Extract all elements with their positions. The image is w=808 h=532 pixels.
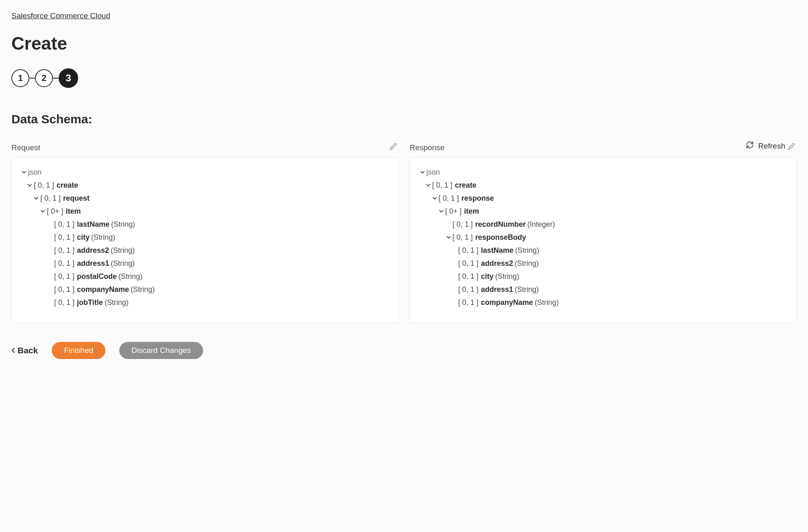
tree-node-name: jobTitle xyxy=(77,299,103,306)
tree-node-name: address1 xyxy=(481,286,513,293)
tree-node-name: lastName xyxy=(481,247,514,254)
request-panel: json[ 0, 1 ]create[ 0, 1 ]request[ 0+ ]i… xyxy=(11,157,399,323)
tree-node-type: (String) xyxy=(495,273,519,280)
breadcrumb-link[interactable]: Salesforce Commerce Cloud xyxy=(11,11,110,20)
tree-node-type: (String) xyxy=(515,260,539,267)
cardinality: [ 0, 1 ] xyxy=(453,234,473,241)
tree-node[interactable]: [ 0, 1 ]lastName (String) xyxy=(20,218,390,231)
cardinality: [ 0, 1 ] xyxy=(458,260,479,267)
tree-node-type: (String) xyxy=(118,273,142,280)
tree-node[interactable]: [ 0, 1 ]companyName (String) xyxy=(20,283,390,296)
chevron-down-icon xyxy=(437,208,445,214)
tree-node[interactable]: [ 0, 1 ]city (String) xyxy=(20,231,390,244)
tree-node-name: companyName xyxy=(77,286,129,293)
tree-node-name: city xyxy=(77,234,90,241)
tree-node-name: create xyxy=(455,182,477,189)
tree-node[interactable]: [ 0, 1 ]address2 (String) xyxy=(20,244,390,257)
tree-node[interactable]: [ 0+ ]item xyxy=(20,205,390,218)
tree-node-name: request xyxy=(63,195,90,202)
tree-node-name: address1 xyxy=(77,260,109,267)
tree-node-name: item xyxy=(464,208,479,215)
tree-node-root[interactable]: json xyxy=(418,166,788,179)
tree-node-type: (Integer) xyxy=(528,221,555,228)
tree-node-type: (String) xyxy=(131,286,155,293)
chevron-down-icon xyxy=(445,234,453,240)
tree-node-name: item xyxy=(66,208,81,215)
cardinality: [ 0, 1 ] xyxy=(439,195,459,202)
chevron-down-icon xyxy=(20,169,28,175)
edit-response-icon[interactable] xyxy=(788,143,795,152)
tree-node-type: (String) xyxy=(515,286,539,293)
cardinality: [ 0, 1 ] xyxy=(54,221,74,228)
cardinality: [ 0, 1 ] xyxy=(54,234,74,241)
chevron-down-icon xyxy=(424,182,432,188)
cardinality: [ 0, 1 ] xyxy=(54,247,74,254)
tree-node[interactable]: [ 0, 1 ]create xyxy=(20,179,390,192)
tree-node-name: companyName xyxy=(481,299,533,306)
tree-node-name: recordNumber xyxy=(475,221,526,228)
step-1[interactable]: 1 xyxy=(11,69,29,87)
cardinality: [ 0, 1 ] xyxy=(54,299,74,306)
tree-node[interactable]: [ 0+ ]item xyxy=(418,205,788,218)
tree-node-type: (String) xyxy=(111,221,135,228)
step-3[interactable]: 3 xyxy=(59,68,78,88)
tree-node[interactable]: [ 0, 1 ]recordNumber (Integer) xyxy=(418,218,788,231)
tree-node-label: json xyxy=(427,169,440,176)
chevron-down-icon xyxy=(39,208,47,214)
cardinality: [ 0, 1 ] xyxy=(34,182,54,189)
back-label: Back xyxy=(18,346,38,355)
tree-node[interactable]: [ 0, 1 ]postalCode (String) xyxy=(20,270,390,283)
request-panel-label: Request xyxy=(11,143,40,152)
cardinality: [ 0+ ] xyxy=(47,208,64,215)
chevron-left-icon xyxy=(11,346,15,355)
cardinality: [ 0, 1 ] xyxy=(458,286,479,293)
cardinality: [ 0, 1 ] xyxy=(453,221,473,228)
tree-node-type: (String) xyxy=(91,234,115,241)
edit-request-icon[interactable] xyxy=(390,143,397,152)
tree-node-root[interactable]: json xyxy=(20,166,390,179)
cardinality: [ 0, 1 ] xyxy=(458,299,479,306)
chevron-down-icon xyxy=(431,195,439,201)
tree-node[interactable]: [ 0, 1 ]response xyxy=(418,192,788,205)
tree-node-name: postalCode xyxy=(77,273,117,280)
chevron-down-icon xyxy=(418,169,427,175)
response-panel: json[ 0, 1 ]create[ 0, 1 ]response[ 0+ ]… xyxy=(410,157,797,323)
tree-node[interactable]: [ 0, 1 ]address1 (String) xyxy=(418,283,788,296)
cardinality: [ 0, 1 ] xyxy=(458,273,479,280)
tree-node-type: (String) xyxy=(515,247,539,254)
tree-node[interactable]: [ 0, 1 ]address2 (String) xyxy=(418,257,788,270)
stepper: 1 2 3 xyxy=(11,68,797,88)
cardinality: [ 0, 1 ] xyxy=(458,247,479,254)
tree-node-name: city xyxy=(481,273,494,280)
cardinality: [ 0+ ] xyxy=(445,208,462,215)
page-title: Create xyxy=(11,33,797,54)
tree-node[interactable]: [ 0, 1 ]companyName (String) xyxy=(418,296,788,309)
tree-node[interactable]: [ 0, 1 ]jobTitle (String) xyxy=(20,296,390,309)
step-connector xyxy=(53,78,59,79)
tree-node-type: (String) xyxy=(535,299,559,306)
tree-node[interactable]: [ 0, 1 ]address1 (String) xyxy=(20,257,390,270)
back-button[interactable]: Back xyxy=(11,346,38,355)
tree-node[interactable]: [ 0, 1 ]city (String) xyxy=(418,270,788,283)
tree-node-name: responseBody xyxy=(475,234,526,241)
cardinality: [ 0, 1 ] xyxy=(432,182,453,189)
tree-node[interactable]: [ 0, 1 ]request xyxy=(20,192,390,205)
discard-button[interactable]: Discard Changes xyxy=(119,342,203,359)
cardinality: [ 0, 1 ] xyxy=(54,273,74,280)
tree-node-name: address2 xyxy=(481,260,513,267)
tree-node-type: (String) xyxy=(111,247,135,254)
cardinality: [ 0, 1 ] xyxy=(54,260,74,267)
cardinality: [ 0, 1 ] xyxy=(40,195,61,202)
step-connector xyxy=(29,78,35,79)
response-panel-label: Response xyxy=(410,143,445,152)
finished-button[interactable]: Finished xyxy=(52,342,105,359)
tree-node-type: (String) xyxy=(105,299,129,306)
tree-node-name: create xyxy=(57,182,78,189)
tree-node[interactable]: [ 0, 1 ]responseBody xyxy=(418,231,788,244)
tree-node[interactable]: [ 0, 1 ]create xyxy=(418,179,788,192)
tree-node-label: json xyxy=(28,169,42,176)
tree-node[interactable]: [ 0, 1 ]lastName (String) xyxy=(418,244,788,257)
step-2[interactable]: 2 xyxy=(35,69,53,87)
cardinality: [ 0, 1 ] xyxy=(54,286,74,293)
tree-node-name: response xyxy=(462,195,494,202)
